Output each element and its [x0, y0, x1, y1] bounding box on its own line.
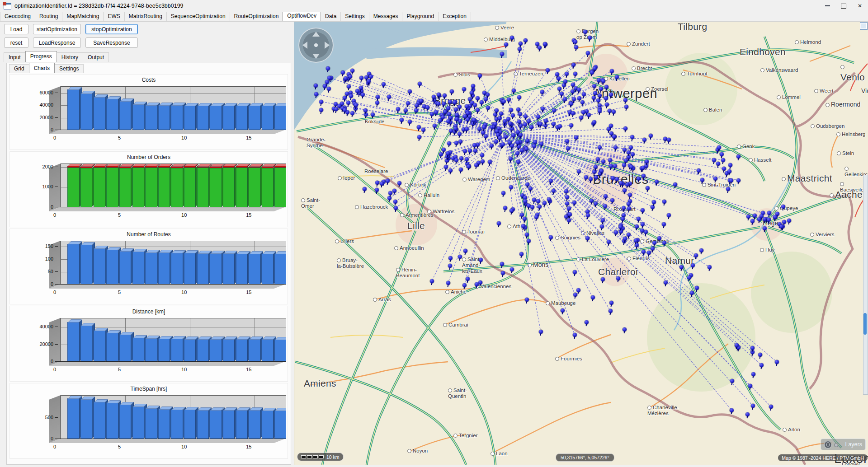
map-pin[interactable]: [544, 119, 548, 123]
map-pin[interactable]: [593, 66, 597, 70]
map-pin[interactable]: [713, 177, 717, 181]
map-pin[interactable]: [600, 224, 604, 229]
map-pin[interactable]: [697, 168, 701, 173]
map-pin[interactable]: [375, 181, 379, 185]
map-pin[interactable]: [735, 343, 739, 347]
map-pin[interactable]: [510, 267, 514, 271]
view-tab-progress[interactable]: Progress: [25, 51, 57, 62]
layers-button[interactable]: Layers: [821, 439, 866, 450]
map-pin[interactable]: [369, 75, 373, 79]
map-pin[interactable]: [527, 119, 531, 123]
map-pin[interactable]: [662, 200, 666, 204]
map-pin[interactable]: [644, 230, 648, 234]
map-pin[interactable]: [354, 103, 358, 107]
map-pin[interactable]: [501, 271, 505, 275]
map-pin[interactable]: [449, 129, 453, 133]
map-pin[interactable]: [478, 280, 482, 285]
map-pin[interactable]: [519, 133, 523, 137]
map-pin[interactable]: [419, 99, 423, 103]
map-pin[interactable]: [510, 36, 514, 40]
map-pin[interactable]: [521, 224, 525, 228]
map-pin[interactable]: [454, 141, 458, 145]
map-pin[interactable]: [571, 63, 576, 67]
map-pin[interactable]: [475, 282, 479, 286]
map-pin[interactable]: [397, 181, 401, 185]
map-pin[interactable]: [555, 72, 559, 76]
map-pin[interactable]: [465, 127, 469, 131]
tab-messages[interactable]: Messages: [369, 12, 403, 21]
tab-ews[interactable]: EWS: [103, 12, 124, 21]
map-pin[interactable]: [581, 110, 585, 114]
map-pin[interactable]: [480, 153, 484, 157]
map-pin[interactable]: [459, 156, 463, 160]
reset-button[interactable]: reset: [4, 37, 28, 48]
tab-settings[interactable]: Settings: [340, 12, 369, 21]
pan-down-icon[interactable]: [312, 54, 320, 59]
tab-playground[interactable]: Playground: [402, 12, 439, 21]
map-pin[interactable]: [476, 108, 480, 112]
map-pin[interactable]: [563, 97, 567, 101]
map-pin[interactable]: [463, 149, 467, 153]
map-pin[interactable]: [567, 206, 571, 210]
map-pin[interactable]: [753, 214, 757, 218]
map-pin[interactable]: [694, 253, 698, 257]
map-pin[interactable]: [509, 185, 513, 189]
map-pin[interactable]: [750, 219, 755, 223]
map-pin[interactable]: [728, 163, 732, 167]
map-pin[interactable]: [478, 74, 482, 78]
map-pin[interactable]: [566, 146, 570, 150]
map-pin[interactable]: [645, 159, 649, 163]
map-pin[interactable]: [586, 51, 590, 55]
map-pin[interactable]: [396, 107, 400, 111]
map-pin[interactable]: [598, 109, 602, 113]
map-pin[interactable]: [601, 159, 605, 163]
map-pin[interactable]: [758, 353, 762, 357]
map-pin[interactable]: [574, 135, 578, 140]
map-pin[interactable]: [577, 88, 581, 92]
map-pin[interactable]: [603, 204, 607, 208]
map-pin[interactable]: [746, 215, 750, 219]
map-pin[interactable]: [525, 298, 529, 302]
map-pin[interactable]: [637, 217, 641, 221]
map-pin[interactable]: [494, 140, 498, 144]
map-pin[interactable]: [468, 97, 472, 101]
map-pin[interactable]: [651, 247, 655, 251]
map-pin[interactable]: [484, 97, 488, 101]
map-pin[interactable]: [592, 120, 596, 124]
map-pin[interactable]: [442, 148, 446, 152]
map-pin[interactable]: [503, 119, 507, 123]
map-pin[interactable]: [622, 206, 626, 210]
map-pin[interactable]: [367, 79, 371, 83]
map-pin[interactable]: [609, 301, 613, 305]
map-pin[interactable]: [586, 213, 590, 217]
map-pin[interactable]: [533, 140, 537, 144]
map-pin[interactable]: [613, 145, 618, 149]
map-pin[interactable]: [727, 169, 731, 173]
map-pin[interactable]: [667, 213, 671, 217]
map-pin[interactable]: [348, 75, 352, 79]
map-pin[interactable]: [750, 346, 755, 350]
map-pin[interactable]: [465, 157, 469, 161]
map-pin[interactable]: [455, 113, 459, 117]
map-pin[interactable]: [430, 279, 434, 283]
map-pin[interactable]: [541, 107, 545, 111]
map-pin[interactable]: [446, 106, 450, 110]
map-pin[interactable]: [565, 139, 569, 143]
map-pin[interactable]: [458, 105, 462, 109]
map-pin[interactable]: [477, 127, 481, 131]
map-pin[interactable]: [421, 128, 425, 132]
map-pin[interactable]: [418, 82, 422, 86]
map-pin[interactable]: [528, 187, 533, 191]
map-pin[interactable]: [472, 143, 476, 147]
map-pin[interactable]: [615, 75, 619, 79]
map-pin[interactable]: [662, 222, 666, 226]
map-pin[interactable]: [569, 123, 573, 127]
map-pin[interactable]: [481, 159, 485, 163]
map-pin[interactable]: [572, 201, 576, 205]
map-pin[interactable]: [462, 283, 467, 287]
map-pin[interactable]: [624, 105, 628, 109]
map-pin[interactable]: [592, 96, 596, 100]
map-pin[interactable]: [425, 105, 429, 109]
map-pin[interactable]: [565, 72, 569, 76]
map-pin[interactable]: [536, 115, 540, 119]
